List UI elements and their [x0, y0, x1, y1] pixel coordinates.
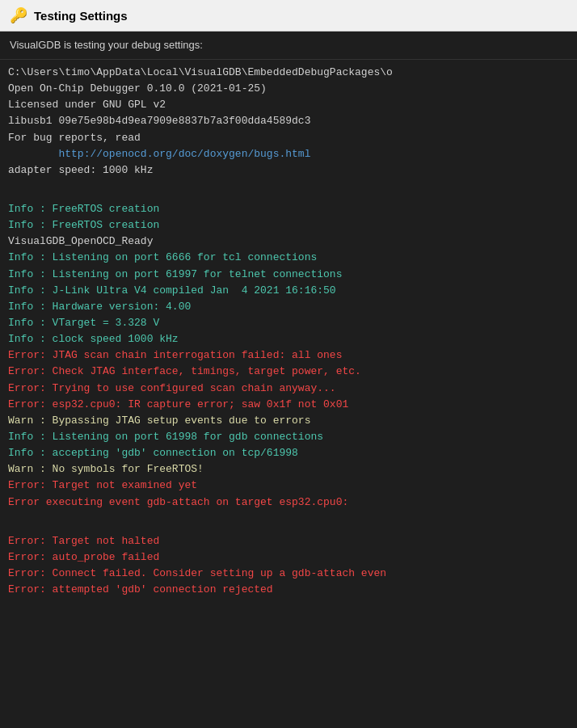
console-line: Info : J-Link Ultra V4 compiled Jan 4 20…: [8, 284, 336, 297]
console-line: libusb1 09e75e98b4d9ea7909e8837b7a3f00dd…: [8, 115, 310, 127]
subtitle-bar: VisualGDB is testing your debug settings…: [0, 32, 577, 60]
console-line: C:\Users\timo\AppData\Local\VisualGDB\Em…: [8, 66, 393, 78]
console-line: [8, 179, 569, 187]
console-line: Info : Listening on port 6666 for tcl co…: [8, 251, 317, 263]
console-line: Open On-Chip Debugger 0.10.0 (2021-01-25…: [8, 82, 267, 95]
console-line: Error: attempted 'gdb' connection reject…: [8, 583, 273, 595]
console-line: Error: Trying to use configured scan cha…: [8, 382, 336, 394]
console-line: Warn : No symbols for FreeRTOS!: [8, 463, 204, 475]
console-line: Info : FreeRTOS creation: [8, 219, 159, 231]
console-line: Error: Connect failed. Consider setting …: [8, 567, 386, 579]
console-line: Error executing event gdb-attach on targ…: [8, 496, 348, 508]
title-bar: 🔑 Testing Settings: [0, 0, 577, 32]
console-line: http://openocd.org/doc/doxygen/bugs.html: [8, 148, 310, 160]
console-line: Error: Target not examined yet: [8, 479, 197, 491]
console-line: Info : Listening on port 61998 for gdb c…: [8, 431, 323, 443]
console-output: C:\Users\timo\AppData\Local\VisualGDB\Em…: [0, 60, 577, 723]
console-line: Info : FreeRTOS creation: [8, 203, 159, 215]
console-line: Licensed under GNU GPL v2: [8, 99, 166, 111]
console-line: Info : Listening on port 61997 for telne…: [8, 268, 342, 280]
console-line: For bug reports, read: [8, 132, 141, 144]
console-line: VisualGDB_OpenOCD_Ready: [8, 235, 153, 247]
console-line: Error: JTAG scan chain interrogation fai…: [8, 349, 342, 361]
console-line: Info : clock speed 1000 kHz: [8, 333, 179, 345]
console-line: Error: Check JTAG interface, timings, ta…: [8, 365, 361, 377]
console-line: Info : accepting 'gdb' connection on tcp…: [8, 447, 298, 459]
subtitle-text: VisualGDB is testing your debug settings…: [10, 39, 203, 51]
console-line: adapter speed: 1000 kHz: [8, 164, 153, 176]
title-icon: 🔑: [10, 6, 27, 24]
console-line: Error: auto_probe failed: [8, 551, 159, 563]
console-line: Warn : Bypassing JTAG setup events due t…: [8, 414, 310, 427]
console-line: Error: esp32.cpu0: IR capture error; saw…: [8, 398, 348, 410]
console-line: Error: Target not halted: [8, 535, 159, 547]
console-line: Info : Hardware version: 4.00: [8, 301, 191, 313]
console-line: [8, 511, 569, 519]
console-line: Info : VTarget = 3.328 V: [8, 317, 159, 329]
window-title: Testing Settings: [34, 9, 128, 23]
